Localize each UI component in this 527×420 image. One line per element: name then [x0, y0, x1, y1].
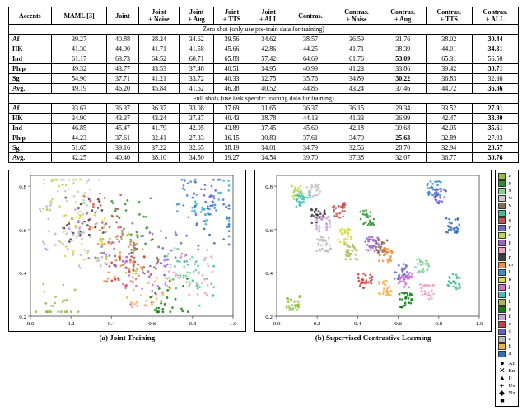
svg-point-224: [166, 259, 168, 261]
svg-point-480: [105, 258, 108, 260]
value-cell: 44.13: [287, 114, 333, 124]
svg-point-249: [46, 209, 49, 212]
svg-point-1335: [450, 226, 452, 229]
value-cell: 65.31: [426, 54, 472, 64]
legend-label: n: [508, 254, 511, 261]
svg-point-1177: [403, 302, 406, 305]
svg-point-1190: [329, 226, 331, 228]
svg-rect-0: [30, 175, 233, 316]
svg-point-656: [228, 235, 231, 237]
accent-cell: Sg: [9, 74, 52, 84]
svg-point-659: [194, 205, 196, 208]
svg-point-98: [206, 249, 208, 251]
col-header: MAML [3]: [51, 7, 107, 25]
svg-point-373: [189, 180, 192, 183]
svg-point-117: [86, 204, 88, 207]
value-cell: 27.91: [472, 104, 518, 114]
svg-point-1184: [404, 296, 407, 298]
svg-point-841: [450, 282, 452, 285]
svg-point-604: [87, 250, 90, 253]
value-cell: 64.52: [138, 54, 179, 64]
svg-point-216: [175, 256, 177, 259]
svg-point-626: [147, 282, 150, 284]
svg-point-457: [228, 184, 231, 187]
legend-color-row: c: [498, 335, 515, 343]
svg-point-209: [163, 274, 166, 277]
svg-point-716: [298, 295, 301, 297]
svg-point-595: [71, 240, 73, 242]
svg-point-718: [362, 213, 365, 216]
accent-cell: Ind: [9, 54, 52, 64]
svg-point-1235: [365, 279, 367, 282]
svg-point-186: [81, 222, 83, 225]
svg-point-139: [130, 252, 133, 254]
svg-point-1081: [343, 229, 346, 231]
svg-point-564: [129, 259, 132, 261]
svg-text:0.6: 0.6: [394, 320, 402, 327]
svg-point-77: [185, 281, 188, 283]
svg-point-75: [193, 270, 195, 273]
svg-point-1183: [409, 302, 412, 305]
svg-text:0.2: 0.2: [314, 320, 321, 327]
legend-marker-icon: ■: [498, 397, 506, 404]
svg-point-357: [104, 243, 106, 245]
svg-point-534: [68, 226, 70, 229]
value-cell: 32.41: [138, 133, 179, 143]
svg-point-101: [77, 191, 79, 194]
svg-point-1309: [387, 292, 389, 294]
svg-point-1258: [433, 196, 436, 198]
svg-point-110: [82, 213, 84, 216]
svg-point-958: [420, 291, 422, 293]
svg-point-557: [133, 245, 135, 248]
svg-point-24: [35, 310, 37, 313]
svg-point-583: [204, 201, 207, 203]
svg-point-707: [287, 297, 289, 300]
svg-point-607: [96, 259, 99, 262]
svg-point-977: [422, 294, 424, 296]
svg-point-252: [77, 212, 79, 214]
legend-label: c: [508, 335, 511, 343]
svg-point-733: [365, 209, 367, 212]
svg-point-349: [142, 248, 144, 250]
svg-point-323: [68, 222, 70, 225]
value-cell: 27.93: [472, 133, 518, 143]
svg-point-535: [49, 209, 51, 212]
svg-point-852: [333, 215, 336, 217]
svg-point-57: [149, 197, 152, 199]
svg-point-795: [315, 184, 317, 186]
svg-point-219: [180, 242, 183, 245]
svg-point-1057: [337, 239, 339, 241]
svg-point-406: [65, 245, 68, 248]
svg-point-1338: [458, 224, 460, 226]
svg-point-537: [58, 240, 60, 242]
legend-swatch: [498, 336, 506, 343]
svg-point-968: [427, 285, 430, 287]
svg-point-458: [218, 192, 221, 194]
svg-point-1204: [329, 220, 331, 222]
svg-point-602: [101, 245, 104, 247]
svg-point-518: [47, 217, 49, 220]
col-header: Joint+ Aug: [180, 7, 214, 25]
svg-point-697: [287, 305, 290, 307]
svg-point-372: [186, 194, 189, 197]
svg-point-434: [141, 287, 143, 290]
value-cell: 32.89: [426, 133, 472, 143]
svg-point-222: [170, 250, 173, 252]
svg-point-443: [205, 219, 208, 222]
svg-point-892: [401, 270, 403, 273]
svg-point-295: [170, 267, 172, 269]
svg-point-293: [210, 255, 212, 258]
svg-point-951: [367, 239, 370, 241]
svg-point-371: [194, 209, 196, 212]
svg-point-1313: [385, 290, 388, 292]
value-cell: 42.86: [250, 44, 287, 54]
svg-point-459: [203, 208, 205, 210]
svg-point-266: [109, 254, 111, 257]
svg-text:0.8: 0.8: [19, 184, 26, 190]
value-cell: 41.71: [138, 44, 179, 54]
svg-point-287: [177, 274, 180, 277]
svg-text:0.8: 0.8: [435, 320, 442, 327]
svg-point-623: [156, 297, 158, 300]
svg-point-119: [83, 192, 86, 194]
svg-text:0.4: 0.4: [354, 320, 361, 327]
